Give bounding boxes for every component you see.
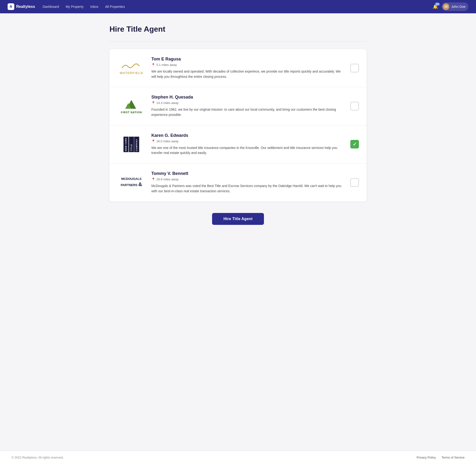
nav-all-properties[interactable]: All Properties xyxy=(105,5,125,9)
agent-info: Karen G. Edwards 📍 16.0 miles away We ar… xyxy=(151,133,345,156)
privacy-policy-link[interactable]: Privacy Policy xyxy=(417,456,436,459)
agent-description: McDougals & Partners was voted the Best … xyxy=(151,184,345,194)
agent-select-checkbox[interactable] xyxy=(350,102,359,110)
agent-description: Founded in 1962, we live by our original… xyxy=(151,107,345,117)
logo-icon: R xyxy=(8,3,14,10)
agent-row: WATERFIELD Tom E Ragusa 📍 5.1 miles away… xyxy=(109,49,367,87)
user-menu-button[interactable]: JD John Doe xyxy=(442,2,468,11)
navbar-logo[interactable]: R Realtyless xyxy=(8,3,35,10)
agent-select-checkbox[interactable] xyxy=(350,140,359,148)
navbar: R Realtyless Dashboard My Property Inbox… xyxy=(0,0,476,13)
agent-row: NEW YORK TITLE COMPANY Karen G. Edwards … xyxy=(109,126,367,164)
agent-distance: 📍 16.0 miles away xyxy=(151,139,345,143)
agent-name: Stephen H. Quesada xyxy=(151,95,345,100)
mcdougals-company-name: MCDOUGALSPARTNERS & xyxy=(121,177,142,188)
footer-copyright: © 2022 Realtyless. All rights reserved. xyxy=(11,456,64,459)
avatar: JD xyxy=(443,3,449,10)
agent-name: Tommy V. Bennett xyxy=(151,171,345,176)
location-icon: 📍 xyxy=(151,101,155,105)
agent-logo-mcdougals: MCDOUGALSPARTNERS & xyxy=(117,177,146,188)
main-content: Hire Title Agent WATERFIELD Tom E Ragusa… xyxy=(95,13,381,451)
main-nav: Dashboard My Property Inbox All Properti… xyxy=(43,5,432,9)
firstnation-company-name: FIRST NATION xyxy=(121,111,142,114)
navbar-right: 23 🔔 JD John Doe xyxy=(432,2,468,11)
footer-links: Privacy Policy Terms of Service xyxy=(417,456,465,459)
location-icon: 📍 xyxy=(151,63,155,67)
agent-description: We are locally owned and operated. With … xyxy=(151,69,345,79)
agent-logo-firstnation: FIRST NATION xyxy=(117,99,146,114)
divider xyxy=(109,41,367,41)
agent-distance: 📍 29.9 miles away xyxy=(151,177,345,181)
nytc-col2: TITLE xyxy=(129,136,134,152)
hire-title-agent-button[interactable]: Hire Title Agent xyxy=(212,213,264,225)
logo-text: Realtyless xyxy=(16,5,35,9)
page-title: Hire Title Agent xyxy=(109,25,367,34)
agents-card: WATERFIELD Tom E Ragusa 📍 5.1 miles away… xyxy=(109,49,367,202)
agent-select-checkbox[interactable] xyxy=(350,64,359,72)
footer: © 2022 Realtyless. All rights reserved. … xyxy=(0,451,476,464)
agent-description: We are one of the most trusted title ins… xyxy=(151,145,345,156)
agent-info: Stephen H. Quesada 📍 14.3 miles away Fou… xyxy=(151,95,345,117)
agent-row: FIRST NATION Stephen H. Quesada 📍 14.3 m… xyxy=(109,87,367,125)
location-icon: 📍 xyxy=(151,139,155,143)
waterfield-company-name: WATERFIELD xyxy=(120,71,143,75)
agent-info: Tom E Ragusa 📍 5.1 miles away We are loc… xyxy=(151,57,345,79)
agent-name: Tom E Ragusa xyxy=(151,57,345,62)
nav-dashboard[interactable]: Dashboard xyxy=(43,5,59,9)
agent-row: MCDOUGALSPARTNERS & Tommy V. Bennett 📍 2… xyxy=(109,164,367,201)
nytc-col3: COMPANY xyxy=(134,136,139,152)
agent-distance: 📍 14.3 miles away xyxy=(151,101,345,105)
agent-distance: 📍 5.1 miles away xyxy=(151,63,345,67)
nav-my-property[interactable]: My Property xyxy=(66,5,84,9)
terms-of-service-link[interactable]: Terms of Service xyxy=(441,456,465,459)
nytc-col1: NEW YORK xyxy=(124,136,128,152)
agent-logo-nytc: NEW YORK TITLE COMPANY xyxy=(117,136,146,152)
agent-info: Tommy V. Bennett 📍 29.9 miles away McDou… xyxy=(151,171,345,194)
user-name: John Doe xyxy=(451,5,466,9)
agent-logo-waterfield: WATERFIELD xyxy=(117,61,146,75)
agent-name: Karen G. Edwards xyxy=(151,133,345,138)
notification-badge: 23 xyxy=(435,3,440,6)
cta-section: Hire Title Agent xyxy=(109,202,367,232)
location-icon: 📍 xyxy=(151,177,155,181)
nav-inbox[interactable]: Inbox xyxy=(90,5,98,9)
agent-select-checkbox[interactable] xyxy=(350,178,359,187)
notifications-button[interactable]: 23 🔔 xyxy=(432,3,439,10)
